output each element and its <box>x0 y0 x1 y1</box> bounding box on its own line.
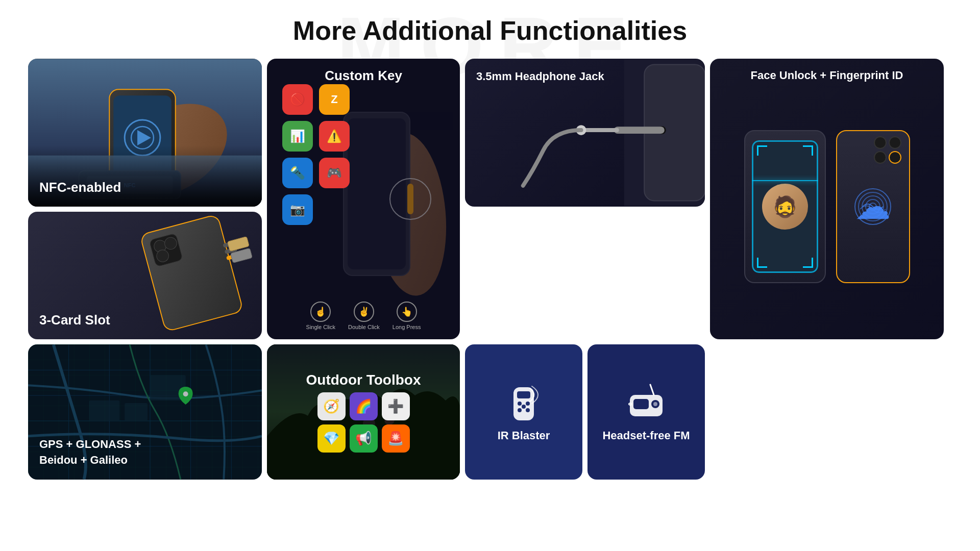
svg-point-58 <box>526 402 530 406</box>
slot-label: 3-Card Slot <box>39 312 110 328</box>
key-icon-chart: 📊 <box>282 121 313 152</box>
three-card-slot-card: 3-Card Slot <box>28 212 262 339</box>
outdoor-toolbox-card: Outdoor Toolbox 🧭 🌈 ➕ 💎 📢 🚨 <box>267 344 460 480</box>
app-gem: 💎 <box>317 424 346 453</box>
svg-line-66 <box>650 385 654 395</box>
key-icon-warning: ⚠️ <box>319 121 350 152</box>
single-click-item: ☝ Single Click <box>306 302 335 330</box>
svg-rect-19 <box>614 127 665 134</box>
features-grid: NFC NFC-enabled <box>0 56 980 487</box>
svg-rect-47 <box>89 400 119 421</box>
app-speaker: 📢 <box>350 424 378 453</box>
svg-point-59 <box>518 408 522 412</box>
outdoor-app-icons: 🧭 🌈 ➕ 💎 📢 🚨 <box>317 392 410 453</box>
svg-point-60 <box>526 408 530 412</box>
long-press-item: 👆 Long Press <box>393 302 421 330</box>
app-arc: 🌈 <box>350 392 378 420</box>
svg-rect-63 <box>633 399 649 409</box>
nfc-card: NFC NFC-enabled <box>28 59 262 207</box>
nfc-label: NFC-enabled <box>39 180 121 195</box>
outdoor-inner: Outdoor Toolbox 🧭 🌈 ➕ 💎 📢 🚨 <box>267 344 460 480</box>
gps-label: GPS + GLONASS + Beidou + Galileo <box>39 437 141 468</box>
app-compass: 🧭 <box>317 392 346 420</box>
svg-rect-14 <box>407 184 413 214</box>
ir-label: IR Blaster <box>498 429 550 442</box>
custom-key-card: 🚫 Z 📊 ⚠️ 🔦 🎮 📷 Custom Key ☝ Single Click… <box>267 59 460 339</box>
long-press-icon: 👆 <box>397 302 417 322</box>
headset-free-fm-card: Headset-free FM <box>587 344 705 480</box>
svg-rect-13 <box>348 118 406 269</box>
svg-rect-48 <box>125 403 148 421</box>
key-icon-z: Z <box>319 84 350 115</box>
app-alert: 🚨 <box>382 424 410 453</box>
svg-point-61 <box>522 405 526 409</box>
svg-rect-20 <box>584 128 619 132</box>
ir-icon <box>503 382 544 423</box>
double-click-label: Double Click <box>348 324 380 330</box>
long-press-label: Long Press <box>393 324 421 330</box>
svg-rect-27 <box>140 214 243 332</box>
face-unlock-title: Face Unlock + Fingerprint ID <box>710 69 944 82</box>
svg-rect-56 <box>517 391 530 398</box>
gps-card: GPS + GLONASS + Beidou + Galileo <box>28 344 262 480</box>
double-click-icon: ✌ <box>354 302 374 322</box>
svg-point-51 <box>183 391 188 396</box>
key-icon-block: 🚫 <box>282 84 313 115</box>
face-unlock-card: Face Unlock + Fingerprint ID 🧔 <box>710 59 944 339</box>
page-title: More Additional Functionalities <box>0 0 980 56</box>
fm-icon <box>626 382 667 423</box>
double-click-item: ✌ Double Click <box>348 302 380 330</box>
key-icon-game: 🎮 <box>319 158 350 188</box>
ir-blaster-card: IR Blaster <box>465 344 582 480</box>
svg-point-57 <box>518 402 522 406</box>
fm-label: Headset-free FM <box>602 429 690 442</box>
headphone-label: 3.5mm Headphone Jack <box>476 70 604 83</box>
single-click-icon: ☝ <box>310 302 331 322</box>
single-click-label: Single Click <box>306 324 335 330</box>
key-icon-camera: 📷 <box>282 194 313 225</box>
outdoor-title: Outdoor Toolbox <box>306 372 421 388</box>
key-icon-torch: 🔦 <box>282 158 313 188</box>
headphone-jack-card: 3.5mm Headphone Jack <box>465 59 705 207</box>
svg-point-65 <box>653 402 657 406</box>
custom-key-title: Custom Key <box>267 68 460 84</box>
app-plus: ➕ <box>382 392 410 420</box>
gps-inner: GPS + GLONASS + Beidou + Galileo <box>28 344 262 480</box>
